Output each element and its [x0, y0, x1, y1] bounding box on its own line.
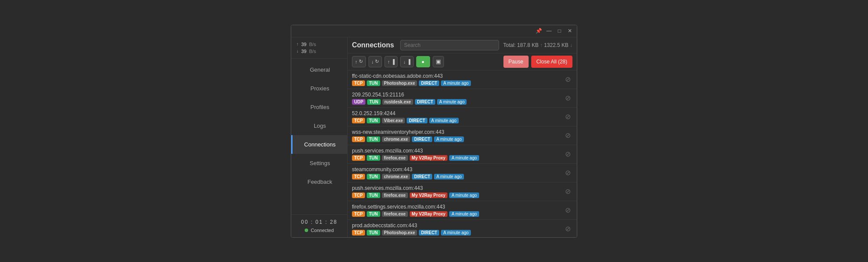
table-row[interactable]: 209.250.254.15:21116UDPTUNrustdesk.exeDI… — [348, 89, 577, 108]
tag-tun: TUN — [367, 155, 380, 161]
search-input[interactable] — [400, 40, 499, 50]
close-connection-button[interactable]: ⊘ — [563, 94, 572, 102]
tag-app: chrome.exe — [382, 174, 411, 179]
tag-proxy: My V2Ray Proxy — [410, 192, 448, 198]
tag-tun: TUN — [367, 230, 380, 235]
tag-direct: DIRECT — [415, 99, 435, 105]
tag-tcp: TCP — [352, 80, 365, 86]
table-row[interactable]: 52.0.252.159:4244TCPTUNViber.exeDIRECTA … — [348, 108, 577, 126]
upload-unit: B/s — [309, 42, 316, 47]
sidebar-item-proxies[interactable]: Proxies — [291, 79, 347, 98]
bar-chart-icon: ▐ — [391, 59, 395, 64]
timer: 00 : 01 : 28 — [296, 219, 342, 225]
sidebar-nav: GeneralProxiesProfilesLogsConnectionsSet… — [291, 59, 347, 214]
tag-app: firefox.exe — [382, 155, 408, 161]
sidebar-item-logs[interactable]: Logs — [291, 116, 347, 135]
tag-tcp: TCP — [352, 174, 365, 179]
app-window: 📌 — □ ✕ ↑ 39 B/s ↓ 39 B/s GeneralProx — [291, 25, 577, 238]
monitor-button[interactable]: ▣ — [433, 56, 444, 67]
tag-tun: TUN — [367, 118, 380, 123]
connection-host: push.services.mozilla.com:443 — [352, 185, 563, 191]
download-export-button[interactable]: ↓ ↻ — [368, 56, 382, 67]
bar-chart2-icon: ▐ — [407, 59, 411, 64]
close-connection-button[interactable]: ⊘ — [563, 113, 572, 121]
separator: ↑ — [540, 42, 542, 48]
table-row[interactable]: wss-new.steaminventoryhelper.com:443TCPT… — [348, 126, 577, 145]
connected-dot-icon — [305, 229, 308, 232]
tag-app: rustdesk.exe — [382, 99, 413, 105]
tag-proxy: My V2Ray Proxy — [410, 211, 448, 217]
connection-host: 52.0.252.159:4244 — [352, 110, 563, 116]
tag-time: A minute ago — [434, 136, 464, 142]
main-body: ↑ 39 B/s ↓ 39 B/s GeneralProxiesProfiles… — [291, 37, 577, 237]
upload-export-button[interactable]: ↑ ↻ — [352, 56, 366, 67]
close-all-button[interactable]: Close All (28) — [531, 56, 572, 68]
maximize-button[interactable]: □ — [556, 27, 563, 34]
download-num: 39 — [301, 49, 306, 54]
tag-time: A minute ago — [441, 230, 470, 235]
sidebar-item-general[interactable]: General — [291, 60, 347, 79]
sidebar-item-feedback[interactable]: Feedback — [291, 172, 347, 191]
sidebar: ↑ 39 B/s ↓ 39 B/s GeneralProxiesProfiles… — [291, 37, 348, 237]
download-arrow-icon: ↓ — [296, 49, 299, 53]
close-connection-button[interactable]: ⊘ — [563, 150, 572, 158]
tag-tun: TUN — [367, 211, 380, 217]
download-chart-button[interactable]: ↓ ▐ — [400, 56, 413, 67]
close-connection-button[interactable]: ⊘ — [563, 206, 572, 214]
upload2-icon: ↑ — [388, 59, 390, 64]
connection-host: prod.adobeccstatic.com:443 — [352, 222, 563, 229]
tag-direct: DIRECT — [419, 230, 439, 235]
table-row[interactable]: ffc-static-cdn.oobesaas.adobe.com:443TCP… — [348, 70, 577, 89]
tag-app: Photoshop.exe — [382, 230, 418, 235]
tag-app: chrome.exe — [382, 136, 411, 142]
tag-time: A minute ago — [449, 192, 479, 198]
upload-num: 39 — [301, 42, 306, 47]
sidebar-item-settings[interactable]: Settings — [291, 154, 347, 172]
tag-app: firefox.exe — [382, 211, 408, 217]
tag-time: A minute ago — [449, 211, 479, 217]
table-row[interactable]: push.services.mozilla.com:443TCPTUNfiref… — [348, 145, 577, 164]
table-row[interactable]: push.services.mozilla.com:443TCPTUNfiref… — [348, 182, 577, 201]
tag-direct: DIRECT — [407, 118, 427, 123]
separator2: ↓ — [570, 42, 572, 48]
close-button[interactable]: ✕ — [566, 27, 573, 34]
connection-host: 209.250.254.15:21116 — [352, 92, 563, 98]
connected-label: Connected — [311, 228, 334, 233]
download-icon: ↓ — [372, 59, 374, 64]
sidebar-item-connections[interactable]: Connections — [291, 135, 347, 154]
minimize-button[interactable]: — — [546, 27, 552, 34]
tag-time: A minute ago — [429, 118, 459, 123]
close-connection-button[interactable]: ⊘ — [563, 225, 572, 233]
upload-total: 187.8 KB — [517, 42, 539, 48]
upload-stat: ↑ 39 B/s — [296, 41, 342, 48]
title-bar: 📌 — □ ✕ — [291, 25, 577, 37]
active-toggle-button[interactable]: ● — [416, 56, 430, 67]
tag-time: A minute ago — [449, 155, 479, 161]
pause-button[interactable]: Pause — [503, 56, 529, 68]
close-connection-button[interactable]: ⊘ — [563, 169, 572, 177]
connection-host: wss-new.steaminventoryhelper.com:443 — [352, 129, 563, 135]
tag-tun: TUN — [367, 99, 381, 105]
tag-time: A minute ago — [434, 174, 464, 179]
tag-tun: TUN — [367, 80, 380, 86]
table-row[interactable]: prod.adobeccstatic.com:443TCPTUNPhotosho… — [348, 220, 577, 237]
download-stat: ↓ 39 B/s — [296, 48, 342, 55]
connection-host: steamcommunity.com:443 — [352, 166, 563, 172]
tag-tcp: TCP — [352, 155, 365, 161]
toolbar: ↑ ↻ ↓ ↻ ↑ ▐ ↓ ▐ ● ▣ — [348, 53, 577, 70]
sidebar-item-profiles[interactable]: Profiles — [291, 98, 347, 116]
close-connection-button[interactable]: ⊘ — [563, 131, 572, 139]
upload-arrow-icon: ↑ — [296, 42, 299, 46]
refresh-icon: ↻ — [359, 59, 363, 64]
pin-icon[interactable]: 📌 — [535, 27, 542, 34]
connections-list: ffc-static-cdn.oobesaas.adobe.com:443TCP… — [348, 70, 577, 237]
tag-tun: TUN — [367, 174, 380, 179]
connection-host: push.services.mozilla.com:443 — [352, 148, 563, 154]
table-row[interactable]: steamcommunity.com:443TCPTUNchrome.exeDI… — [348, 164, 577, 182]
close-connection-button[interactable]: ⊘ — [563, 187, 572, 196]
upload-chart-button[interactable]: ↑ ▐ — [385, 56, 398, 67]
connection-host: ffc-static-cdn.oobesaas.adobe.com:443 — [352, 73, 563, 79]
tag-tcp: TCP — [352, 136, 365, 142]
close-connection-button[interactable]: ⊘ — [563, 75, 572, 83]
table-row[interactable]: firefox.settings.services.mozilla.com:44… — [348, 201, 577, 220]
